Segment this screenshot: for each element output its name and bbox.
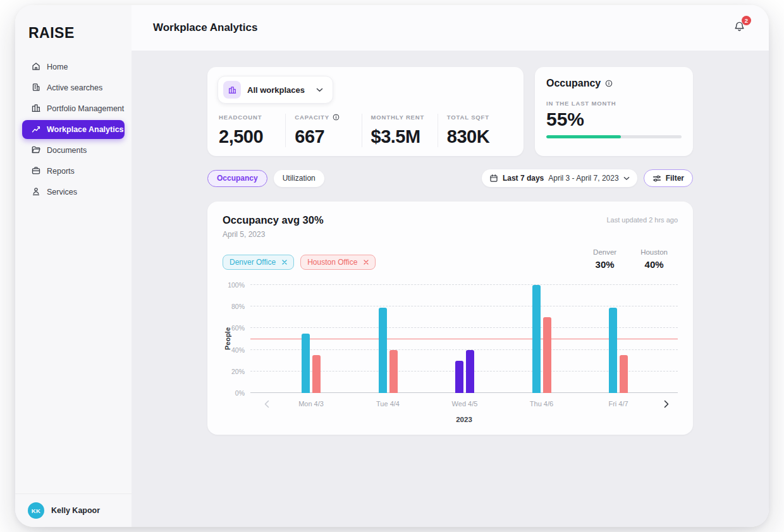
occupancy-value: 55% <box>546 109 682 130</box>
sidebar-item-portfolio-management[interactable]: Portfolio Management <box>22 99 125 118</box>
sidebar-item-workplace-analytics[interactable]: Workplace Analytics <box>22 120 125 139</box>
chart-x-labels: Mon 4/3Tue 4/4Wed 4/5Thu 4/6Fri 4/7 <box>250 400 678 408</box>
notifications-button[interactable]: 2 <box>733 20 746 36</box>
buildings-icon <box>31 103 41 115</box>
chart-prev-icon[interactable] <box>264 400 269 408</box>
bar-houston-office[interactable] <box>312 355 321 393</box>
content: All workplaces HEADCOUNT 2,500 CAPACITY <box>132 51 769 527</box>
top-bar: Workplace Analytics 2 <box>132 5 769 51</box>
sidebar-nav: Home Active searches Portfolio Managemen… <box>15 57 132 202</box>
bar-denver-office[interactable] <box>609 308 617 393</box>
bar-group[interactable] <box>532 285 551 393</box>
sidebar-item-services[interactable]: Services <box>22 183 125 202</box>
date-range-picker[interactable]: Last 7 days April 3 - April 7, 2023 <box>482 169 637 187</box>
y-tick-label: 80% <box>231 303 245 310</box>
occupancy-chart-card: Occupancy avg 30% April 5, 2023 Last upd… <box>207 202 693 435</box>
legend-value: 40% <box>640 259 668 270</box>
notification-badge: 2 <box>742 16 751 25</box>
user-menu[interactable]: KK Kelly Kapoor <box>15 493 132 527</box>
bar-houston-office[interactable] <box>543 317 551 393</box>
sidebar-item-active-searches[interactable]: Active searches <box>22 78 125 97</box>
bar-denver-office[interactable] <box>532 285 541 393</box>
bar-denver-office[interactable] <box>302 334 310 393</box>
stat-capacity: CAPACITY 667 <box>285 114 361 147</box>
x-tick-label: Thu 4/6 <box>532 400 551 408</box>
calendar-icon <box>489 174 498 183</box>
chip-label: Houston Office <box>307 258 357 267</box>
bar-denver-office[interactable] <box>379 308 387 393</box>
info-icon[interactable] <box>605 80 613 87</box>
sidebar-item-label: Active searches <box>47 83 102 92</box>
stat-label: CAPACITY <box>295 114 329 121</box>
bar-houston-office[interactable] <box>389 350 398 393</box>
bar-group[interactable] <box>379 285 398 393</box>
chart-area: People 0%20%40%60%80%100% Mon 4/3Tue 4/4… <box>223 285 678 423</box>
legend-label: Houston <box>640 248 668 256</box>
sidebar-item-home[interactable]: Home <box>22 57 125 76</box>
x-tick-label: Fri 4/7 <box>609 400 628 408</box>
occupancy-card-title: Occupancy <box>546 78 601 89</box>
user-name: Kelly Kapoor <box>51 506 100 515</box>
y-tick-label: 100% <box>228 281 245 289</box>
legend-value: 30% <box>593 259 616 270</box>
legend-label: Denver <box>593 248 616 256</box>
date-range-label: April 3 - April 7, 2023 <box>548 174 618 183</box>
app-logo: RAISE <box>28 25 132 42</box>
sidebar-item-label: Portfolio Management <box>47 104 124 113</box>
chip-denver-office: Denver Office <box>223 255 294 270</box>
y-tick-label: 20% <box>231 368 245 375</box>
chart-title: Occupancy avg 30% <box>223 214 324 226</box>
filter-button[interactable]: Filter <box>644 169 693 187</box>
chevron-down-icon <box>316 88 323 92</box>
bell-icon <box>733 25 746 35</box>
stat-label: HEADCOUNT <box>219 114 285 121</box>
chevron-down-icon <box>623 176 630 181</box>
x-tick-label: Wed 4/5 <box>455 400 474 408</box>
occupancy-progress-fill <box>546 135 621 138</box>
tab-occupancy[interactable]: Occupancy <box>207 170 267 187</box>
houston-stat: Houston 40% <box>640 248 668 270</box>
tab-utilization[interactable]: Utilization <box>274 170 324 187</box>
filter-label: Filter <box>666 174 684 183</box>
remove-houston-chip-icon[interactable] <box>364 260 369 265</box>
sidebar: RAISE Home Active searches Portfolio Man… <box>15 5 132 527</box>
bar-group[interactable] <box>455 285 474 393</box>
sidebar-item-label: Documents <box>47 146 87 155</box>
y-axis-label: People <box>224 327 231 350</box>
stat-value: 830K <box>447 126 513 147</box>
occupancy-summary-card: Occupancy IN THE LAST MONTH 55% <box>535 67 693 156</box>
sidebar-item-documents[interactable]: Documents <box>22 141 125 160</box>
sidebar-item-label: Reports <box>47 167 75 176</box>
stats-row: HEADCOUNT 2,500 CAPACITY 667 MONTHLY REN… <box>217 114 513 147</box>
chip-houston-office: Houston Office <box>300 255 376 270</box>
home-icon <box>31 61 41 73</box>
bar-denver-office[interactable] <box>455 361 463 393</box>
bar-group[interactable] <box>302 285 321 393</box>
workplace-selector[interactable]: All workplaces <box>217 76 333 104</box>
bar-group[interactable] <box>609 285 628 393</box>
stat-total-sqft: TOTAL SQFT 830K <box>438 114 513 147</box>
info-icon[interactable] <box>333 114 340 121</box>
portfolio-stats-card: All workplaces HEADCOUNT 2,500 CAPACITY <box>207 67 524 156</box>
person-icon <box>31 186 41 198</box>
stat-value: 667 <box>295 126 361 147</box>
stat-label: MONTHLY RENT <box>371 114 438 121</box>
bar-houston-office[interactable] <box>620 355 628 393</box>
page-title: Workplace Analytics <box>153 21 257 34</box>
x-axis-year-label: 2023 <box>250 416 678 423</box>
workplace-selector-label: All workplaces <box>247 85 305 95</box>
chart-next-icon[interactable] <box>664 400 669 408</box>
selected-day-stats: Denver 30% Houston 40% <box>593 248 678 270</box>
remove-denver-chip-icon[interactable] <box>282 260 287 265</box>
briefcase-icon <box>31 166 41 178</box>
bar-houston-office[interactable] <box>466 350 474 393</box>
bar-groups <box>250 285 678 393</box>
sidebar-item-reports[interactable]: Reports <box>22 162 125 181</box>
sidebar-item-label: Workplace Analytics <box>47 125 124 134</box>
avatar: KK <box>28 502 44 519</box>
sidebar-item-label: Home <box>47 63 68 71</box>
controls-row: Occupancy Utilization Last 7 days April … <box>207 169 693 187</box>
y-tick-label: 60% <box>231 324 245 332</box>
tab-label: Utilization <box>283 174 315 183</box>
denver-stat: Denver 30% <box>593 248 616 270</box>
